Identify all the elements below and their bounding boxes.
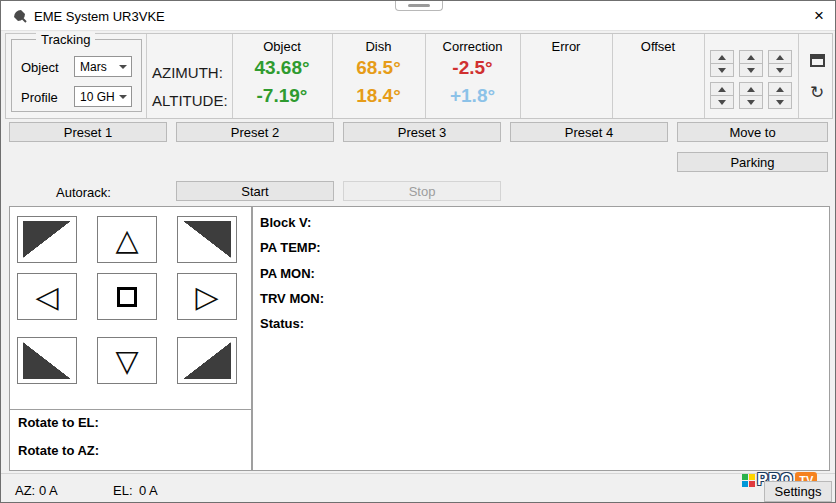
refresh-icon: ↻ xyxy=(810,82,824,102)
correction-altitude-value: +1.8° xyxy=(425,85,520,107)
alt-offset-spinner-1 xyxy=(710,82,734,110)
column-offset: Offset xyxy=(612,34,704,118)
altitude-label: ALTITUDE: xyxy=(152,92,228,109)
move-up-left-button[interactable] xyxy=(17,216,77,263)
tracking-groupbox: Tracking Object Mars Profile 10 GH xyxy=(11,39,142,112)
settings-button[interactable]: Settings xyxy=(764,481,832,502)
move-up-button[interactable]: △ xyxy=(97,216,157,263)
start-button[interactable]: Start xyxy=(176,181,334,201)
move-left-button[interactable]: ◁ xyxy=(17,273,77,320)
spin-down-icon[interactable] xyxy=(768,63,792,77)
profile-label: Profile xyxy=(21,90,58,105)
move-down-left-button[interactable] xyxy=(17,337,77,384)
trv-mon-label: TRV MON: xyxy=(260,291,324,306)
move-down-right-button[interactable] xyxy=(177,337,237,384)
chevron-down-icon xyxy=(119,95,127,99)
dish-azimuth-value: 68.5° xyxy=(332,57,425,79)
diagonal-down-left-icon xyxy=(23,342,71,379)
block-v-label: Block V: xyxy=(260,215,311,230)
spin-up-icon[interactable] xyxy=(768,82,792,96)
preset2-button[interactable]: Preset 2 xyxy=(176,122,334,142)
pa-mon-label: PA MON: xyxy=(260,266,315,281)
autotrack-label: Autorack: xyxy=(56,185,111,200)
object-select-value: Mars xyxy=(80,60,107,74)
up-triangle-icon: △ xyxy=(115,225,138,255)
column-dish: Dish 68.5° 18.4° xyxy=(332,34,425,118)
stop-square-icon xyxy=(117,287,137,307)
preset1-button[interactable]: Preset 1 xyxy=(9,122,167,142)
spin-down-icon[interactable] xyxy=(710,95,734,109)
stop-motion-button[interactable] xyxy=(97,273,157,320)
column-correction-header: Correction xyxy=(425,39,520,54)
window-icon xyxy=(810,54,825,67)
az-status-label: AZ: xyxy=(15,483,35,498)
tracking-panel: Tracking Object Mars Profile 10 GH AZIMU… xyxy=(5,33,833,119)
preset3-button[interactable]: Preset 3 xyxy=(343,122,501,142)
divider xyxy=(10,409,251,410)
column-object: Object 43.68° -7.19° xyxy=(232,34,332,118)
tracking-group-label: Tracking xyxy=(36,32,95,47)
spin-down-icon[interactable] xyxy=(710,63,734,77)
divider xyxy=(798,34,799,118)
object-select[interactable]: Mars xyxy=(74,56,132,77)
move-to-button[interactable]: Move to xyxy=(677,122,828,142)
spin-down-icon[interactable] xyxy=(768,95,792,109)
down-triangle-icon: ▽ xyxy=(115,346,138,376)
profile-select[interactable]: 10 GH xyxy=(74,86,132,107)
right-triangle-icon: ▷ xyxy=(195,282,218,312)
status-bar: AZ: 0 A EL: 0 A xyxy=(1,473,836,503)
parking-button[interactable]: Parking xyxy=(677,152,828,172)
app-window: EME System UR3VKE × Tracking Object Mars… xyxy=(0,0,836,503)
window-panel-button[interactable] xyxy=(805,48,829,72)
grip-icon xyxy=(408,4,430,7)
spin-down-icon[interactable] xyxy=(739,95,763,109)
dish-altitude-value: 18.4° xyxy=(332,85,425,107)
pa-temp-label: PA TEMP: xyxy=(260,240,321,255)
diagonal-up-left-icon xyxy=(23,221,71,258)
spin-up-icon[interactable] xyxy=(710,82,734,96)
status-label: Status: xyxy=(260,316,304,331)
diagonal-up-right-icon xyxy=(183,221,231,258)
el-status-value: 0 A xyxy=(139,483,158,498)
rotate-to-el-label: Rotate to EL: xyxy=(18,415,99,430)
object-altitude-value: -7.19° xyxy=(232,85,332,107)
az-status-value: 0 A xyxy=(39,483,58,498)
logo-squares-icon xyxy=(742,474,755,487)
chevron-down-icon xyxy=(119,65,127,69)
object-label: Object xyxy=(21,60,59,75)
preset4-button[interactable]: Preset 4 xyxy=(510,122,668,142)
window-drag-handle[interactable] xyxy=(395,1,443,11)
alt-offset-spinner-2 xyxy=(739,82,763,110)
divider xyxy=(146,34,147,118)
spin-up-icon[interactable] xyxy=(710,50,734,64)
spin-down-icon[interactable] xyxy=(739,63,763,77)
close-icon[interactable]: × xyxy=(805,3,833,29)
column-error: Error xyxy=(520,34,612,118)
spin-up-icon[interactable] xyxy=(739,50,763,64)
telemetry-panel: Block V: PA TEMP: PA MON: TRV MON: Statu… xyxy=(252,206,830,471)
divider xyxy=(704,34,705,118)
azimuth-label: AZIMUTH: xyxy=(152,64,223,81)
column-correction: Correction -2.5° +1.8° xyxy=(425,34,520,118)
el-status-label: EL: xyxy=(113,483,133,498)
az-offset-spinner-1 xyxy=(710,50,734,78)
refresh-button[interactable]: ↻ xyxy=(805,80,829,104)
profile-select-value: 10 GH xyxy=(80,90,115,104)
move-right-button[interactable]: ▷ xyxy=(177,273,237,320)
move-down-button[interactable]: ▽ xyxy=(97,337,157,384)
diagonal-down-right-icon xyxy=(183,342,231,379)
move-up-right-button[interactable] xyxy=(177,216,237,263)
rotate-to-az-label: Rotate to AZ: xyxy=(18,443,99,458)
app-icon xyxy=(12,8,28,24)
stop-button[interactable]: Stop xyxy=(343,181,501,201)
column-offset-header: Offset xyxy=(612,39,704,54)
title-bar: EME System UR3VKE × xyxy=(1,1,835,31)
spin-up-icon[interactable] xyxy=(739,82,763,96)
left-triangle-icon: ◁ xyxy=(35,282,58,312)
az-offset-spinner-2 xyxy=(739,50,763,78)
window-title: EME System UR3VKE xyxy=(34,9,165,24)
spin-up-icon[interactable] xyxy=(768,50,792,64)
az-offset-spinner-3 xyxy=(768,50,792,78)
object-azimuth-value: 43.68° xyxy=(232,57,332,79)
rotator-control-panel: △ ◁ ▷ ▽ Rotate to EL: Rotate to AZ: xyxy=(9,206,252,471)
